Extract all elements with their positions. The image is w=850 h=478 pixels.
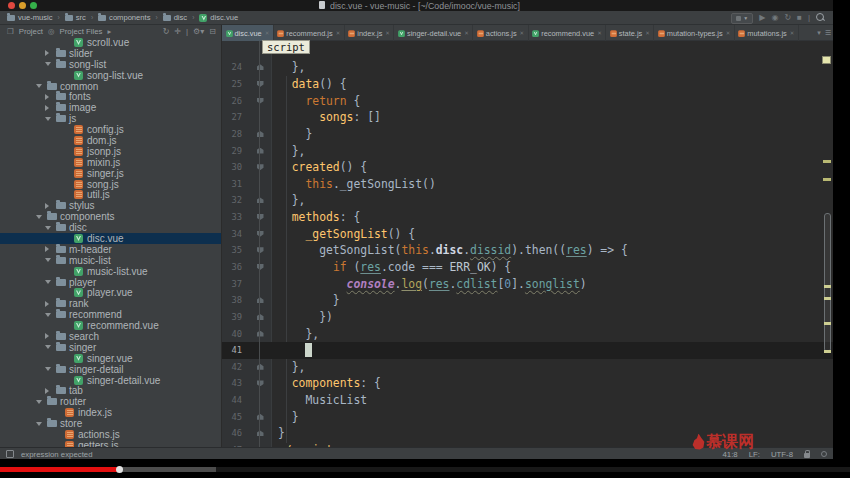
chevron-collapsed-icon[interactable] [45, 246, 49, 252]
tab-close-icon[interactable]: ✕ [464, 30, 469, 36]
breadcrumb-item[interactable]: components [98, 13, 150, 22]
tab-close-icon[interactable]: ✕ [597, 30, 602, 36]
stop-button[interactable]: ■ [797, 11, 802, 25]
line-separator[interactable]: LF: [749, 450, 760, 459]
tree-item-router[interactable]: router [0, 396, 221, 407]
tab-close-icon[interactable]: ✕ [726, 30, 731, 36]
collapse-all-icon[interactable]: ✛ [174, 27, 181, 36]
editor-tab[interactable]: mutation-types.js✕ [654, 25, 734, 41]
tree-item-song-list.vue[interactable]: song-list.vue [0, 70, 221, 81]
warning-mark[interactable] [824, 297, 831, 300]
fold-marker-icon[interactable] [257, 231, 264, 237]
chevron-expanded-icon[interactable] [45, 117, 51, 121]
tab-close-icon[interactable]: ✕ [790, 30, 795, 36]
warning-mark[interactable] [824, 285, 831, 288]
tree-item-image[interactable]: image [0, 102, 221, 113]
editor-tab[interactable]: disc.vue✕ [222, 25, 274, 41]
breadcrumb-item[interactable]: vue-music [7, 13, 53, 22]
tab-dropdown-icon[interactable]: ▾ [817, 29, 821, 37]
chevron-collapsed-icon[interactable] [45, 203, 49, 209]
editor-tab[interactable]: state.js✕ [606, 25, 654, 41]
chevron-expanded-icon[interactable] [45, 258, 51, 262]
file-encoding[interactable]: UTF-8 [771, 450, 793, 459]
tree-item-actions.js[interactable]: actions.js [0, 429, 221, 440]
tree-item-singer-detail.vue[interactable]: singer-detail.vue [0, 375, 221, 386]
lock-icon[interactable] [804, 453, 810, 458]
sync-icon[interactable]: ↻ [163, 27, 170, 36]
tab-close-icon[interactable]: ✕ [385, 30, 390, 36]
tab-close-icon[interactable]: ✕ [265, 30, 270, 36]
hide-panel-icon[interactable]: ⊟ [209, 27, 216, 36]
tree-item-singer[interactable]: singer [0, 342, 221, 353]
fold-marker-icon[interactable] [257, 297, 264, 303]
tree-item-tab[interactable]: tab [0, 386, 221, 397]
chevron-expanded-icon[interactable] [45, 313, 51, 317]
chevron-collapsed-icon[interactable] [45, 301, 49, 307]
coverage-button[interactable]: ◉ [771, 11, 778, 25]
tree-item-player[interactable]: player [0, 277, 221, 288]
tree-item-util.js[interactable]: util.js [0, 189, 221, 200]
tab-close-icon[interactable]: ✕ [336, 30, 341, 36]
fold-marker-icon[interactable] [257, 264, 264, 270]
fold-marker-icon[interactable] [257, 430, 264, 436]
editor-tab[interactable]: mutations.js✕ [735, 25, 799, 41]
fold-marker-icon[interactable] [257, 314, 264, 320]
tree-item-config.js[interactable]: config.js [0, 124, 221, 135]
editor-tab[interactable]: recommend.js✕ [274, 25, 345, 41]
chevron-expanded-icon[interactable] [45, 62, 51, 66]
run-button[interactable]: ▶ [759, 11, 765, 25]
breadcrumb-item[interactable]: disc.vue [199, 13, 238, 22]
chevron-expanded-icon[interactable] [36, 215, 42, 219]
hector-icon[interactable] [821, 451, 827, 457]
tree-item-music-list.vue[interactable]: music-list.vue [0, 266, 221, 277]
chevron-collapsed-icon[interactable] [45, 50, 49, 56]
tree-item-song-list[interactable]: song-list [0, 59, 221, 70]
fold-marker-icon[interactable] [257, 247, 264, 253]
fold-marker-icon[interactable] [257, 214, 264, 220]
tree-item-music-list[interactable]: music-list [0, 255, 221, 266]
chevron-collapsed-icon[interactable] [45, 388, 49, 394]
tree-item-recommend.vue[interactable]: recommend.vue [0, 320, 221, 331]
run-configuration-dropdown[interactable]: ▼ [731, 13, 753, 24]
tree-item-singer-detail[interactable]: singer-detail [0, 364, 221, 375]
chevron-expanded-icon[interactable] [45, 367, 51, 371]
fold-marker-icon[interactable] [257, 148, 264, 154]
zoom-window-icon[interactable] [30, 2, 37, 9]
fold-marker-icon[interactable] [257, 64, 264, 70]
tree-item-js[interactable]: js [0, 113, 221, 124]
tab-close-icon[interactable]: ✕ [645, 30, 650, 36]
tree-item-search[interactable]: search [0, 331, 221, 342]
profile-button[interactable]: ↻ [784, 11, 791, 25]
inspection-indicator[interactable] [822, 56, 831, 64]
fold-marker-icon[interactable] [257, 331, 264, 337]
tree-item-stylus[interactable]: stylus [0, 200, 221, 211]
expand-arrow-icon[interactable]: ▸ [107, 27, 111, 36]
tree-item-index.js[interactable]: index.js [0, 407, 221, 418]
fold-marker-icon[interactable] [257, 197, 264, 203]
editor-tab[interactable]: recommend.vue✕ [529, 25, 607, 41]
fold-marker-icon[interactable] [257, 131, 264, 137]
fold-marker-icon[interactable] [257, 380, 264, 386]
search-icon[interactable] [816, 13, 825, 23]
tree-item-components[interactable]: components [0, 211, 221, 222]
scrollbar-thumb[interactable] [824, 213, 831, 352]
fold-marker-icon[interactable] [257, 98, 264, 104]
progress-handle[interactable] [116, 466, 123, 473]
warning-mark[interactable] [823, 178, 831, 181]
chevron-collapsed-icon[interactable] [45, 94, 49, 100]
tree-item-scroll.vue[interactable]: scroll.vue [0, 37, 221, 48]
breadcrumb-item[interactable]: disc [163, 13, 188, 22]
project-view-label[interactable]: Project [19, 27, 43, 36]
tree-item-player.vue[interactable]: player.vue [0, 287, 221, 298]
tree-item-jsonp.js[interactable]: jsonp.js [0, 146, 221, 157]
tree-item-common[interactable]: common [0, 81, 221, 92]
tab-close-icon[interactable]: ✕ [520, 30, 525, 36]
tree-item-dom.js[interactable]: dom.js [0, 135, 221, 146]
tree-item-m-header[interactable]: m-header [0, 244, 221, 255]
warning-mark[interactable] [823, 160, 831, 163]
chevron-expanded-icon[interactable] [45, 345, 51, 349]
tree-item-store[interactable]: store [0, 418, 221, 429]
project-files-label[interactable]: Project Files [60, 27, 103, 36]
video-progress-bar[interactable] [0, 467, 850, 472]
minimize-window-icon[interactable] [19, 2, 26, 9]
